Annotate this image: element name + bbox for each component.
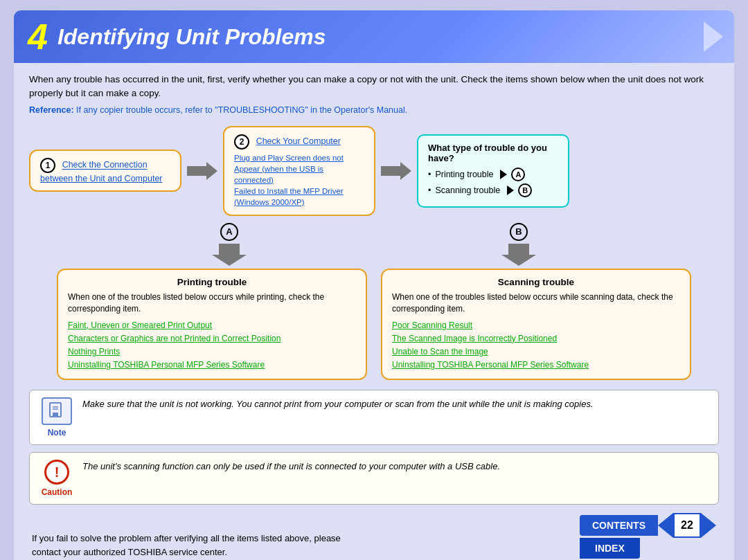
page-number: 22 [673, 513, 701, 538]
nav-top-row: CONTENTS 22 [580, 513, 716, 538]
bullet-printing: • [428, 170, 431, 179]
reference-label: Reference: [29, 105, 74, 115]
footer-nav: CONTENTS 22 INDEX [580, 513, 716, 559]
step2-links: Plug and Play Screen does not Appear (wh… [234, 152, 364, 208]
footer-area: If you fail to solve the problem after v… [29, 513, 719, 559]
reference-body: If any copier trouble occurs, refer to "… [76, 105, 407, 115]
bullet-scanning: • [428, 186, 431, 195]
printing-link4[interactable]: Uninstalling TOSHIBA Personal MFP Series… [68, 359, 356, 372]
caution-text: The unit's scanning function can only be… [82, 460, 500, 473]
note-text: Make sure that the unit is not working. … [82, 397, 594, 411]
body-content: When any trouble has occurred in the uni… [14, 63, 734, 560]
svg-marker-0 [187, 162, 217, 180]
nav-stack: CONTENTS 22 INDEX [580, 513, 716, 559]
scanning-link2[interactable]: The Scanned Image is Incorrectly Positio… [392, 332, 680, 345]
nav-arrow-left[interactable] [658, 513, 673, 538]
page-header: 4 Identifying Unit Problems [14, 10, 734, 63]
down-arrow-a: A [212, 223, 247, 266]
badge-b: B [518, 183, 532, 197]
contents-button[interactable]: CONTENTS [580, 515, 658, 536]
scanning-link1[interactable]: Poor Scanning Result [392, 319, 680, 332]
svg-marker-3 [501, 244, 536, 266]
scanning-trouble-desc: When one of the troubles listed below oc… [392, 291, 680, 315]
index-button[interactable]: INDEX [580, 538, 640, 559]
printing-link2[interactable]: Characters or Graphics are not Printed i… [68, 332, 356, 345]
page-title: Identifying Unit Problems [57, 24, 326, 50]
trouble-printing-item: • Printing trouble A [428, 168, 558, 181]
note-icon [42, 397, 72, 425]
circle-b: B [510, 223, 528, 241]
reference-paragraph: Reference: If any copier trouble occurs,… [29, 105, 719, 115]
trouble-type-box: What type of trouble do you have? • Prin… [417, 134, 569, 208]
svg-marker-2 [212, 244, 247, 266]
scanning-trouble-box: Scanning trouble When one of the trouble… [381, 269, 691, 380]
page-container: 4 Identifying Unit Problems When any tro… [14, 10, 734, 560]
footer-text: If you fail to solve the problem after v… [32, 532, 341, 559]
printing-trouble-box: Printing trouble When one of the trouble… [57, 269, 367, 380]
svg-rect-5 [53, 413, 58, 417]
header-arrow-icon [704, 21, 723, 52]
printing-trouble-desc: When one of the troubles listed below oc… [68, 291, 356, 315]
trouble-type-title: What type of trouble do you have? [428, 143, 558, 163]
printing-link3[interactable]: Nothing Prints [68, 345, 356, 359]
bottom-boxes: Printing trouble When one of the trouble… [29, 269, 719, 380]
step2-link1[interactable]: Plug and Play Screen does not Appear (wh… [234, 152, 364, 186]
step2-circle: 2 [234, 134, 249, 150]
down-arrow-b: B [501, 223, 536, 266]
scanning-link4[interactable]: Uninstalling TOSHIBA Personal MFP Series… [392, 359, 680, 372]
flow-diagram: 1 Check the Connection between the Unit … [29, 126, 719, 216]
caution-label: Caution [42, 487, 73, 497]
step1-circle: 1 [40, 158, 55, 173]
nav-arrow-right[interactable] [701, 513, 716, 538]
printing-trouble-title: Printing trouble [68, 277, 356, 287]
step1-link[interactable]: Check the Connection between the Unit an… [40, 161, 163, 184]
caution-icon: ! [44, 460, 69, 485]
note-box: Note Make sure that the unit is not work… [29, 390, 719, 445]
footer-line2: contact your authorized TOSHIBA service … [32, 545, 341, 559]
step2-link[interactable]: Check Your Computer [256, 136, 341, 146]
nav-bottom-row: INDEX [580, 538, 716, 559]
arrow-to-a [497, 170, 507, 179]
caution-icon-area: ! Caution [39, 460, 74, 497]
step2-link2[interactable]: Failed to Install the MFP Driver (Window… [234, 186, 364, 208]
note-icon-area: Note [39, 397, 74, 437]
step1-box: 1 Check the Connection between the Unit … [29, 150, 181, 192]
circle-a: A [220, 223, 238, 241]
scanning-link3[interactable]: Unable to Scan the Image [392, 345, 680, 359]
trouble-scanning-item: • Scanning trouble B [428, 183, 558, 197]
scanning-trouble-title: Scanning trouble [392, 277, 680, 287]
flow-arrow-2 [381, 161, 411, 181]
caution-box: ! Caution The unit's scanning function c… [29, 452, 719, 505]
flow-arrow-1 [187, 161, 217, 181]
step2-box: 2 Check Your Computer Plug and Play Scre… [223, 126, 375, 216]
note-label: Note [48, 428, 66, 437]
footer-line1: If you fail to solve the problem after v… [32, 532, 341, 545]
intro-paragraph: When any trouble has occurred in the uni… [29, 73, 719, 101]
chapter-number: 4 [28, 19, 48, 55]
down-arrows-area: A B [29, 223, 719, 266]
badge-a: A [511, 168, 525, 181]
svg-marker-1 [381, 162, 411, 180]
printing-link1[interactable]: Faint, Uneven or Smeared Print Output [68, 319, 356, 332]
arrow-to-b [504, 186, 514, 195]
